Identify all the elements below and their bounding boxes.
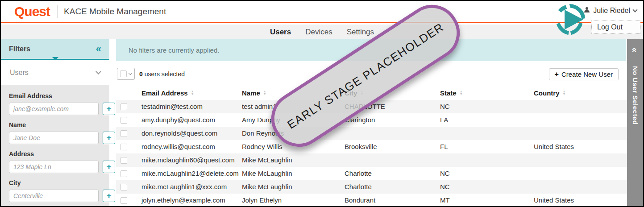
logout-menu-item[interactable]: Log Out xyxy=(591,21,640,34)
select-all-dropdown[interactable] xyxy=(117,68,135,80)
main-tabs: Users Devices Settings xyxy=(1,25,643,39)
cell-email: testadmin@test.com xyxy=(141,100,242,113)
expand-panel-icon[interactable]: « xyxy=(631,47,640,52)
plus-icon: + xyxy=(555,70,559,79)
cell-city xyxy=(345,127,440,140)
column-header-label: Name xyxy=(242,89,260,97)
selected-count: 0 xyxy=(139,70,143,78)
row-checkbox[interactable] xyxy=(120,184,127,190)
collapse-sidebar-icon[interactable]: « xyxy=(96,44,101,54)
tab[interactable]: Users xyxy=(270,28,291,37)
row-checkbox[interactable] xyxy=(120,144,127,150)
brand-divider xyxy=(57,5,58,18)
column-header[interactable]: Email Address xyxy=(141,86,242,100)
table-row[interactable]: amy.dunphy@quest.com Amy Dunphy Claringt… xyxy=(116,113,628,127)
add-filter-button[interactable]: + xyxy=(103,103,115,115)
filter-field-label: City xyxy=(9,179,101,186)
filter-field: Email Address + xyxy=(9,92,101,115)
cell-country xyxy=(534,153,628,167)
sort-icon[interactable] xyxy=(191,90,194,95)
cell-name: Jolyn Ethelyn xyxy=(242,194,345,207)
cell-state: NC xyxy=(440,100,534,113)
filter-field-label: Name xyxy=(9,121,101,128)
cell-city: Charlotte xyxy=(345,167,440,180)
table-body: testadmin@test.com test admin1 CHARLOTTE… xyxy=(116,100,628,207)
row-checkbox[interactable] xyxy=(120,170,127,177)
filters-header: Filters « xyxy=(1,39,109,60)
cell-state xyxy=(440,127,534,140)
table-row[interactable]: rodney.willis@quest.com Rodney Willis Br… xyxy=(116,140,628,153)
column-header-label: Email Address xyxy=(141,89,188,97)
cell-name: Mike McLaughlin xyxy=(242,153,345,167)
cell-country xyxy=(534,127,628,140)
table-row[interactable]: mike.mcLaughlin1@xxx.com Mike McLaughlin… xyxy=(116,180,628,194)
tab[interactable]: Settings xyxy=(347,28,374,37)
cell-email: mike.mcLaughlin21@delete.com xyxy=(141,167,242,180)
filter-field-label: Address xyxy=(9,150,101,157)
filter-field-input[interactable] xyxy=(9,161,99,173)
create-new-user-label: Create New User xyxy=(561,70,613,78)
user-icon xyxy=(584,7,590,15)
selected-count-text: 0 users selected xyxy=(139,70,185,78)
cell-country xyxy=(534,113,628,127)
app-header: Quest KACE Mobile Management xyxy=(1,1,643,23)
add-filter-button[interactable]: + xyxy=(103,190,115,202)
cell-email: rodney.willis@quest.com xyxy=(141,140,242,153)
filter-field-input[interactable] xyxy=(9,103,99,115)
quest-logo: Quest xyxy=(14,4,50,19)
cell-city: Clarington xyxy=(345,113,440,127)
column-header[interactable]: State xyxy=(440,86,534,100)
filter-field-label: Email Address xyxy=(9,92,101,99)
table-row[interactable]: mike.mcLaughlin21@delete.com Mike McLaug… xyxy=(116,167,628,180)
cell-state: LA xyxy=(440,113,534,127)
sort-icon[interactable] xyxy=(460,90,463,95)
filter-field-input[interactable] xyxy=(9,132,99,144)
chevron-down-icon xyxy=(632,7,637,12)
column-header[interactable]: Country xyxy=(534,86,628,100)
cell-state: NC xyxy=(440,180,534,194)
row-checkbox[interactable] xyxy=(120,104,127,110)
user-menu[interactable]: Julie Riedel xyxy=(584,7,637,15)
row-checkbox[interactable] xyxy=(120,157,127,164)
filter-field: Name + xyxy=(9,121,101,144)
sort-icon[interactable] xyxy=(563,90,566,95)
cell-city xyxy=(345,153,440,167)
filters-sidebar: Filters « Users Email Address + Name xyxy=(1,39,109,206)
cell-city: Bondurant xyxy=(345,194,440,207)
row-checkbox[interactable] xyxy=(120,130,127,137)
create-new-user-button[interactable]: + Create New User xyxy=(549,68,619,80)
cell-city: Charlotte xyxy=(345,180,440,194)
app-window: Quest KACE Mobile Management Julie Riede… xyxy=(0,0,644,207)
cell-email: mike.mclaughlin60@quest.com xyxy=(141,153,242,167)
no-user-selected-label: No User Selected xyxy=(632,66,639,124)
filter-section-users[interactable]: Users xyxy=(1,60,109,85)
tab[interactable]: Devices xyxy=(305,28,332,37)
filter-section-label: Users xyxy=(10,69,29,77)
add-filter-button[interactable]: + xyxy=(103,132,115,144)
cell-email: don.reynolds@quest.com xyxy=(141,127,242,140)
cell-country xyxy=(534,167,628,180)
cell-country xyxy=(534,100,628,113)
filter-field: City + xyxy=(9,179,101,202)
table-row[interactable]: jolyn.ethelyn@example.com Jolyn Ethelyn … xyxy=(116,194,628,207)
cell-email: mike.mcLaughlin1@xxx.com xyxy=(141,180,242,194)
add-filter-button[interactable]: + xyxy=(103,161,115,173)
table-row[interactable]: don.reynolds@quest.com Don Reynolds xyxy=(116,127,628,140)
column-header-label: State xyxy=(440,89,457,97)
sort-icon[interactable] xyxy=(263,90,266,95)
row-checkbox[interactable] xyxy=(120,197,127,204)
cell-state: FL xyxy=(440,140,534,153)
cell-state: NC xyxy=(440,167,534,180)
filter-field-input[interactable] xyxy=(9,190,99,202)
filter-field: Address + xyxy=(9,150,101,173)
checkbox-column-spacer xyxy=(116,86,141,100)
table-row[interactable]: mike.mclaughlin60@quest.com Mike McLaugh… xyxy=(116,153,628,167)
user-name: Julie Riedel xyxy=(593,7,630,15)
selected-suffix: users selected xyxy=(143,70,185,78)
cell-country xyxy=(534,180,628,194)
cell-country: United States xyxy=(534,194,628,207)
select-all-checkbox[interactable] xyxy=(120,70,127,77)
column-header-label: Country xyxy=(534,89,560,97)
chevron-down-icon xyxy=(96,69,101,75)
row-checkbox[interactable] xyxy=(120,117,127,124)
